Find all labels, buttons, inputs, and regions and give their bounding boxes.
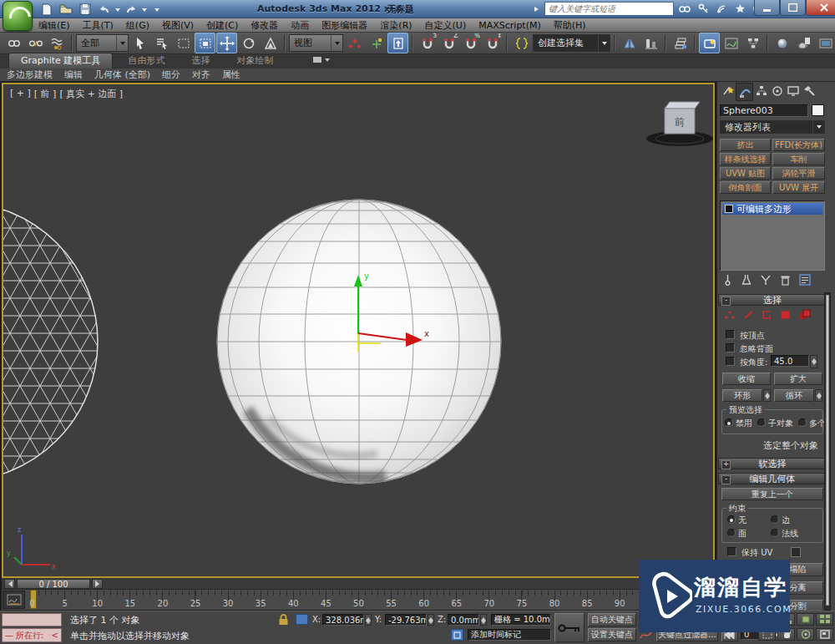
make-unique-icon[interactable]: [760, 274, 772, 288]
infocenter-expand-caret[interactable]: [534, 7, 541, 12]
menu-group[interactable]: 组(G): [126, 19, 149, 32]
next-frame-button[interactable]: [92, 579, 103, 589]
repeat-last-button[interactable]: 重复上一个: [721, 488, 823, 500]
minimize-button[interactable]: [754, 0, 780, 16]
menu-views[interactable]: 视图(V): [162, 19, 194, 32]
maxscript-mini-listener[interactable]: [2, 613, 62, 626]
auto-key-button[interactable]: 自动关键点: [588, 613, 636, 626]
selection-lock-icon[interactable]: [277, 613, 290, 629]
preview-disable-radio[interactable]: [725, 418, 733, 427]
redo-button[interactable]: [123, 3, 139, 17]
favorites-star-icon[interactable]: [732, 3, 747, 15]
ribbon-minimize-icon[interactable]: [313, 55, 330, 66]
element-subobject-icon[interactable]: [798, 309, 811, 322]
communication-center-icon[interactable]: [714, 3, 729, 15]
undo-dropdown-caret[interactable]: [115, 8, 120, 14]
modifier-turbosmooth-button[interactable]: 涡轮平滑: [772, 167, 825, 180]
qat-customize-caret[interactable]: [154, 8, 159, 14]
render-setup-icon[interactable]: [793, 33, 814, 53]
undo-button[interactable]: [96, 3, 113, 17]
section-align[interactable]: 对齐: [192, 68, 210, 81]
viewport-menu-pov[interactable]: [ 前 ]: [34, 88, 57, 100]
select-and-scale-icon[interactable]: [260, 33, 281, 53]
selection-filter-dropdown[interactable]: 全部: [76, 34, 129, 52]
time-slider-handle[interactable]: 0 / 100: [17, 579, 90, 589]
angle-snap-toggle-icon[interactable]: [438, 33, 459, 53]
preview-multiple-radio[interactable]: [798, 418, 807, 427]
section-geometry-all[interactable]: 几何体 (全部): [94, 68, 150, 81]
pin-stack-icon[interactable]: [722, 274, 733, 288]
maxscript-listener-line[interactable]: — 所在行: <: [2, 628, 62, 642]
search-input[interactable]: [544, 2, 674, 16]
motion-tab-icon[interactable]: [769, 83, 785, 99]
create-tab-icon[interactable]: [720, 83, 736, 99]
menu-rendering[interactable]: 渲染(R): [380, 19, 412, 32]
zoom-extents-all-icon[interactable]: [816, 613, 833, 626]
section-properties[interactable]: 属性: [222, 68, 240, 81]
viewport-menu-shading[interactable]: [ 真实 + 边面 ]: [59, 88, 123, 100]
new-file-button[interactable]: [38, 3, 55, 17]
material-editor-icon[interactable]: [772, 33, 792, 53]
select-and-link-icon[interactable]: [3, 33, 24, 53]
graphite-modeling-tools-toggle-icon[interactable]: [699, 33, 720, 53]
ignore-backfacing-checkbox[interactable]: [726, 343, 735, 352]
application-menu-button[interactable]: [3, 1, 33, 31]
geosphere-object[interactable]: [3, 202, 98, 481]
modifier-uvw-map-button[interactable]: UVW 贴图: [720, 167, 771, 180]
chevron-down-icon[interactable]: [598, 35, 610, 51]
viewport-menu-general[interactable]: [ + ]: [10, 88, 31, 100]
time-slider[interactable]: 0 / 100: [2, 578, 715, 590]
select-object-icon[interactable]: [129, 33, 150, 53]
hierarchy-tab-icon[interactable]: [753, 83, 769, 99]
remove-modifier-icon[interactable]: [780, 274, 791, 288]
x-spinner[interactable]: [365, 614, 372, 626]
mirror-icon[interactable]: [619, 33, 640, 53]
menu-graph-editors[interactable]: 图形编辑器: [321, 19, 367, 32]
search-icon[interactable]: [677, 3, 692, 15]
object-color-swatch[interactable]: [812, 104, 824, 116]
open-file-button[interactable]: [58, 3, 74, 17]
section-subdivision[interactable]: 细分: [162, 68, 180, 81]
edge-subobject-icon[interactable]: [743, 310, 754, 322]
by-vertex-checkbox[interactable]: [726, 330, 735, 339]
constraint-edge-radio[interactable]: [771, 515, 779, 524]
named-selection-sets-dropdown[interactable]: 创建选择集: [533, 34, 610, 52]
unlink-selection-icon[interactable]: [25, 33, 46, 53]
add-time-tag[interactable]: 添加时间标记: [468, 629, 551, 641]
modifier-unwrap-uvw-button[interactable]: UVW 展开: [772, 181, 825, 194]
show-end-result-icon[interactable]: [741, 274, 752, 288]
select-by-name-icon[interactable]: [151, 33, 172, 53]
spinner-snap-toggle-icon[interactable]: [482, 33, 503, 53]
preview-subobject-radio[interactable]: [757, 418, 766, 427]
schematic-view-icon[interactable]: [742, 33, 763, 53]
constraint-none-radio[interactable]: [727, 515, 736, 524]
y-spinner[interactable]: [428, 614, 434, 626]
configure-modifier-sets-icon[interactable]: [799, 274, 811, 288]
redo-dropdown-caret[interactable]: [142, 8, 147, 14]
modifier-bevel-profile-button[interactable]: 倒角剖面: [720, 181, 771, 194]
x-coord-field[interactable]: 328.036mm: [322, 614, 364, 626]
viewcube[interactable]: 前: [646, 102, 713, 146]
select-and-manipulate-icon[interactable]: [366, 33, 387, 53]
close-button[interactable]: [806, 0, 835, 16]
panel-scrollbar-thumb[interactable]: [826, 295, 829, 606]
z-coord-field[interactable]: 0.0mm: [448, 614, 479, 626]
constraint-normal-radio[interactable]: [771, 529, 779, 537]
align-icon[interactable]: [640, 33, 661, 53]
chevron-down-icon[interactable]: [116, 35, 128, 51]
maximize-button[interactable]: [780, 0, 806, 16]
display-tab-icon[interactable]: [785, 83, 801, 99]
y-coord-field[interactable]: -29.763mm: [385, 614, 427, 626]
polygon-subobject-icon[interactable]: [780, 310, 791, 322]
menu-customize[interactable]: 自定义(U): [425, 19, 467, 32]
chevron-down-icon[interactable]: [812, 121, 824, 133]
modifier-spline-select-button[interactable]: 样条线选择: [720, 153, 771, 165]
angle-spinner[interactable]: [810, 355, 817, 368]
sphere-object[interactable]: [217, 200, 501, 484]
subscription-key-icon[interactable]: [696, 3, 711, 15]
modify-tab-icon[interactable]: [736, 83, 753, 101]
absolute-offset-mode-icon[interactable]: [296, 614, 308, 625]
viewcube-front-label[interactable]: 前: [675, 116, 685, 128]
menu-help[interactable]: 帮助(H): [554, 19, 586, 32]
border-subobject-icon[interactable]: [762, 310, 772, 322]
